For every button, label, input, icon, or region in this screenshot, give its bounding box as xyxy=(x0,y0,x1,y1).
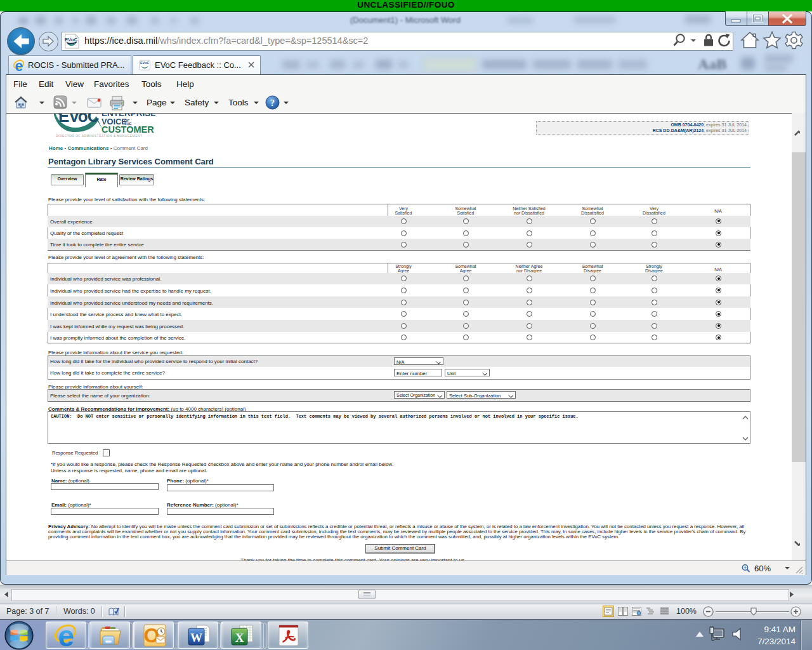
svg-text:EVoC: EVoC xyxy=(58,113,100,126)
svg-text:e: e xyxy=(15,60,23,71)
svg-text:e: e xyxy=(58,624,74,647)
svg-text:EVoC: EVoC xyxy=(140,61,149,65)
svg-text:W: W xyxy=(190,631,202,644)
svg-text:X: X xyxy=(235,631,244,644)
svg-text:O: O xyxy=(144,624,160,647)
svg-text:?: ? xyxy=(270,98,275,108)
svg-text:CUSTOMER: CUSTOMER xyxy=(102,124,154,135)
svg-text:EVoC: EVoC xyxy=(65,37,78,43)
svg-text:DIRECTOR OF ADMINISTRATION & M: DIRECTOR OF ADMINISTRATION & MANAGEMENT xyxy=(56,135,142,138)
